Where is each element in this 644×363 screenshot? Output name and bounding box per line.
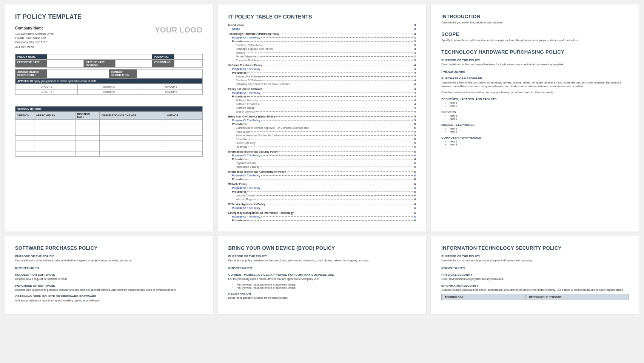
toc-line: Purpose Of The Policy4 <box>232 67 416 71</box>
toc-label: Procedures <box>232 178 247 181</box>
toc-line: Introduction3 <box>228 23 416 27</box>
procedures-heading: PROCEDURES <box>15 266 203 270</box>
page-1: IT POLICY TEMPLATE Company Name 123 Comp… <box>5 5 213 232</box>
procedures-heading: PROCEDURES <box>228 266 416 270</box>
info-security-text: Describe backup, password protection, au… <box>441 288 629 292</box>
toc-line: Computer Peripherals3 <box>236 59 416 62</box>
toc-leader <box>259 56 413 57</box>
toc-page-number: 6 <box>414 202 416 206</box>
toc-label: Website Content <box>236 194 256 197</box>
toc-label: Purpose Of The Policy <box>232 174 260 177</box>
toc-leader <box>261 216 413 217</box>
toc-page-number: 6 <box>414 170 416 173</box>
toc-page-number: 4 <box>414 87 416 91</box>
toc-leader <box>287 171 413 172</box>
toc-leader <box>262 76 413 77</box>
toc-label: Purpose Of The Policy <box>232 215 260 218</box>
toc-page-number: 6 <box>414 158 416 161</box>
toc-label: Registration <box>236 130 250 133</box>
address-line-1: 123 Company Address Drive <box>15 32 54 36</box>
oos-text: Add any guidelines for downloading and i… <box>15 299 203 303</box>
toc-page-number: 3 <box>414 55 416 58</box>
toc-leader <box>262 80 413 80</box>
info-security-heading: INFORMATION SECURITY <box>441 284 629 287</box>
company-name: Company Name <box>15 26 54 31</box>
group-cell: GROUP 5 <box>78 89 140 94</box>
toc-leader <box>257 163 413 163</box>
toc-label: Introduction <box>228 24 244 26</box>
toc-line: Information Technology Security Policy6 <box>228 150 416 153</box>
purpose-heading: PURPOSE OF THE POLICY <box>441 59 629 62</box>
toc-leader <box>248 147 413 147</box>
toc-leader <box>244 25 413 25</box>
toc-page-number: 4 <box>414 63 416 67</box>
toc-page-number: 6 <box>414 154 416 157</box>
toc-page-number: 3 <box>414 40 416 43</box>
page-grid: IT POLICY TEMPLATE Company Name 123 Comp… <box>5 5 639 314</box>
registration-text: Detail the registration process for pers… <box>228 296 416 300</box>
toc-leader <box>294 213 413 213</box>
toc-line: Technology Hardware Purchasing Policy3 <box>228 32 416 36</box>
toc-label: Breach Of Policy <box>236 142 256 144</box>
company-block: Company Name 123 Company Address Drive F… <box>15 26 203 49</box>
toc-leader <box>279 151 413 152</box>
toc-line: Purpose Of The Policy6 <box>232 174 416 177</box>
toc-label: Exemptions <box>236 138 250 141</box>
group-cell: GROUP 1 <box>15 84 78 89</box>
rfs-heading: REQUEST FOR SOFTWARE <box>15 273 203 276</box>
toc-page-number: 4 <box>414 99 416 102</box>
toc-line: Current Mobile Devices Approved For Comp… <box>236 126 416 130</box>
servers-list: Item 1 Item 2 <box>450 114 629 120</box>
toc-label: Indemnity <box>236 145 247 148</box>
toc-line: Bring Your Own Device (Byod) Policy5 <box>228 115 416 118</box>
col-technology: TECHNOLOGY <box>442 294 526 300</box>
toc-leader <box>256 111 413 112</box>
toc-page-number: 5 <box>414 122 416 126</box>
toc-page-number: 3 <box>414 32 416 36</box>
page-5: BRING YOUR OWN DEVICE (BYOD) POLICY PURP… <box>218 236 427 314</box>
toc-label: Purpose Of The Policy <box>232 154 260 157</box>
toc-line: Procedures3 <box>232 40 416 43</box>
toc-label: Desktops, Laptops, And Tablets <box>236 48 273 50</box>
toc-label: Information Technology Security Policy <box>228 150 278 153</box>
toc-page-number: 5 <box>414 134 416 137</box>
intro-heading: INTRODUCTION <box>441 14 629 19</box>
toc-page-number: 6 <box>414 150 416 153</box>
cmd-heading: CURRENT MOBILE DEVICES APPROVED FOR COMP… <box>228 273 416 276</box>
toc-leader <box>259 100 413 100</box>
toc-page-number: 4 <box>414 106 416 110</box>
toc-line: Policy For Use Of Software4 <box>228 87 416 91</box>
toc-page-number: 4 <box>414 71 416 74</box>
page-2: IT POLICY TABLE OF CONTENTS Introduction… <box>218 5 427 232</box>
toc-leader <box>247 73 413 73</box>
policy-no-value <box>174 54 202 59</box>
version-no-value <box>174 59 202 67</box>
toc-leader <box>263 65 413 65</box>
last-revision-label: DATE OF LAST REVISION <box>83 59 115 67</box>
dlt-heading: DESKTOPS, LAPTOPS, AND TABLETS <box>441 97 629 101</box>
toc-label: Policy For Use Of Software <box>228 88 262 90</box>
oos-heading: OBTAINING OPEN SOURCE OR FREEWARE SOFTWA… <box>15 295 203 298</box>
toc-line: Purpose Of The Policy5 <box>232 119 416 122</box>
toc-label: Request For Software <box>236 75 262 78</box>
toc-page-number: 6 <box>414 186 416 190</box>
intro-text: Describe the purpose of the policies and… <box>441 21 629 25</box>
toc-leader <box>282 135 413 136</box>
toc-label: Obtaining Open Source Or Freeware Softwa… <box>236 83 290 85</box>
toc-label: Computer Peripherals <box>236 59 262 62</box>
toc-leader <box>247 124 413 124</box>
toc-leader <box>274 49 413 49</box>
toc-line: Purchase Of Software4 <box>236 79 416 82</box>
toc-page-number: 4 <box>414 67 416 71</box>
toc-page-number: 4 <box>414 95 416 98</box>
toc-page-number: 6 <box>414 198 416 201</box>
poh-text-2: Describe how warranties are retained and… <box>441 91 629 94</box>
byod-title: BRING YOUR OWN DEVICE (BYOD) POLICY <box>228 245 416 251</box>
list-item: Item 2 <box>450 143 629 146</box>
toc-line: Scope3 <box>232 27 416 31</box>
page-4: SOFTWARE PURCHASES POLICY PURPOSE OF THE… <box>5 236 213 314</box>
toc-label: Purpose Of The Policy <box>232 36 260 39</box>
toc-leader <box>291 84 413 84</box>
toc-line: Purpose Of The Policy6 <box>232 186 416 190</box>
toc-line: Obtaining Open Source Or Freeware Softwa… <box>236 82 416 86</box>
